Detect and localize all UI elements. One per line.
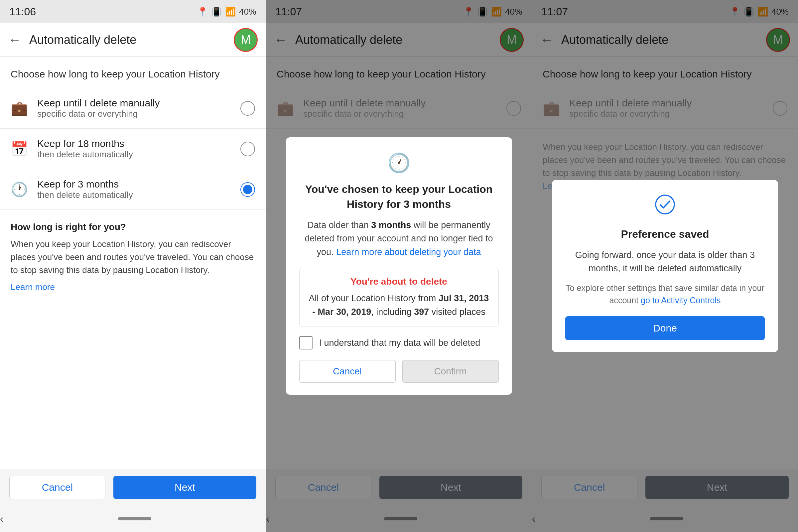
option-18months[interactable]: 📅 Keep for 18 months then delete automat… — [0, 129, 266, 169]
app-title-1: Automatically delete — [29, 33, 226, 47]
option-subtitle-0: specific data or everything — [37, 109, 231, 119]
learn-more-link-1[interactable]: Learn more — [11, 282, 255, 292]
confirmation-dialog: 🕐 You've chosen to keep your Location Hi… — [286, 137, 512, 395]
info-section-1: How long is right for you? When you keep… — [0, 210, 266, 469]
status-icons-1: 📍 📳 📶 40% — [197, 7, 256, 17]
delete-desc: All of your Location History from Jul 31… — [309, 291, 489, 319]
dialog-actions: Cancel Confirm — [299, 360, 499, 383]
dialog-overlay-3: Preference saved Going forward, once you… — [532, 0, 798, 532]
cancel-button-1[interactable]: Cancel — [9, 476, 106, 499]
pref-saved-sub: To explore other settings that save simi… — [565, 282, 765, 307]
nav-bar-1: ‹ — [0, 506, 266, 532]
option-subtitle-2: then delete automatically — [37, 190, 231, 200]
panel-2: 11:07 📍 📳 📶 40% ← Automatically delete M… — [266, 0, 532, 532]
pref-saved-title: Preference saved — [565, 227, 765, 242]
calendar-icon: 📅 — [11, 141, 28, 157]
option-subtitle-1: then delete automatically — [37, 149, 231, 159]
app-bar-1: ← Automatically delete M — [0, 23, 266, 57]
avatar-1[interactable]: M — [234, 28, 258, 52]
delete-date-range: Jul 31, 2013 - Mar 30, 2019 — [312, 293, 489, 317]
dialog-overlay-2: 🕐 You've chosen to keep your Location Hi… — [266, 0, 532, 532]
learn-more-link-2[interactable]: Learn more about deleting your data — [336, 247, 481, 257]
pref-saved-body: Going forward, once your data is older t… — [565, 248, 765, 275]
preference-saved-dialog: Preference saved Going forward, once you… — [552, 180, 778, 352]
option-keep-manual[interactable]: 💼 Keep until I delete manually specific … — [0, 88, 266, 129]
clock-icon: 🕐 — [11, 181, 28, 197]
nav-pill-1 — [118, 517, 151, 520]
activity-controls-link[interactable]: go to Activity Controls — [641, 296, 721, 305]
option-title-2: Keep for 3 months — [37, 178, 231, 190]
panel-3: 11:07 📍 📳 📶 40% ← Automatically delete M… — [532, 0, 798, 532]
svg-point-0 — [656, 195, 674, 214]
nav-back-1[interactable]: ‹ — [0, 513, 4, 525]
next-button-1[interactable]: Next — [113, 476, 256, 499]
delete-label: You're about to delete — [309, 276, 489, 287]
radio-2[interactable] — [241, 182, 255, 197]
dialog-confirm-button[interactable]: Confirm — [402, 360, 499, 383]
info-title-1: How long is right for you? — [11, 222, 255, 232]
option-title-1: Keep for 18 months — [37, 138, 231, 149]
options-list-1: 💼 Keep until I delete manually specific … — [0, 88, 266, 210]
back-button-1[interactable]: ← — [8, 32, 21, 47]
dialog-title-2: You've chosen to keep your Location Hist… — [299, 182, 499, 212]
info-body-1: When you keep your Location History, you… — [11, 238, 255, 277]
status-bar-1: 11:06 📍 📳 📶 40% — [0, 0, 266, 23]
dialog-cancel-button[interactable]: Cancel — [299, 360, 396, 383]
radio-0[interactable] — [241, 101, 255, 116]
panel-1: 11:06 📍 📳 📶 40% ← Automatically delete M… — [0, 0, 266, 532]
option-title-0: Keep until I delete manually — [37, 97, 231, 109]
dialog-body-2: Data older than 3 months will be permane… — [299, 218, 499, 259]
understand-checkbox[interactable] — [299, 336, 312, 349]
bottom-bar-1: Cancel Next — [0, 469, 266, 506]
delete-count: 397 — [414, 307, 429, 317]
checkbox-label: I understand that my data will be delete… — [319, 338, 480, 348]
dialog-bold-months: 3 months — [371, 220, 411, 230]
vibrate-icon: 📳 — [211, 7, 222, 17]
checkmark-icon — [565, 194, 765, 219]
understand-checkbox-row: I understand that my data will be delete… — [299, 336, 499, 349]
delete-box: You're about to delete All of your Locat… — [299, 268, 499, 327]
wifi-icon: 📶 — [225, 7, 236, 17]
battery-icon: 40% — [239, 7, 256, 17]
page-title-1: Choose how long to keep your Location Hi… — [0, 57, 266, 88]
radio-1[interactable] — [241, 141, 255, 156]
option-3months[interactable]: 🕐 Keep for 3 months then delete automati… — [0, 169, 266, 210]
status-time-1: 11:06 — [9, 6, 36, 18]
dialog-clock-icon: 🕐 — [299, 152, 499, 174]
briefcase-icon: 💼 — [11, 100, 28, 116]
location-icon: 📍 — [197, 7, 208, 17]
done-button[interactable]: Done — [565, 316, 765, 340]
